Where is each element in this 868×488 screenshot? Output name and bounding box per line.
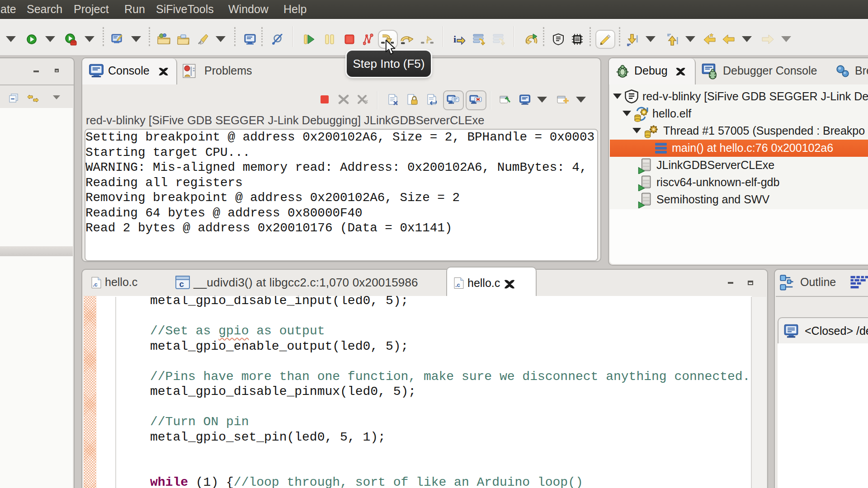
svg-text:.c: .c	[455, 282, 460, 288]
svg-text:i: i	[453, 33, 456, 45]
svg-text:c: c	[179, 279, 184, 289]
svg-text:.c: .c	[93, 281, 98, 288]
